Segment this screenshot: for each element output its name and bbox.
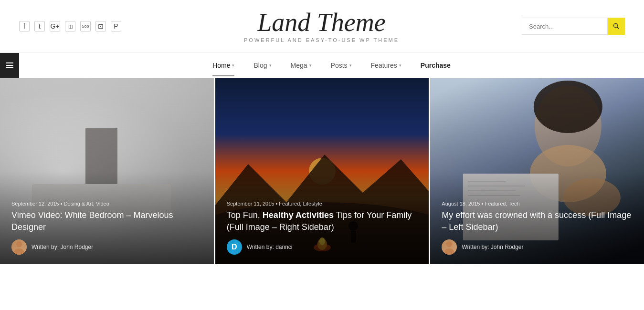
pinterest-icon[interactable]: P: [111, 21, 121, 31]
card-3-title: My effort was crowned with a success (Fu…: [442, 209, 633, 233]
card-2-content: September 11, 2015 • Featured, Lifestyle…: [215, 191, 429, 264]
logo-area: Land Theme POWERFUL AND EASY-TO-USE WP T…: [121, 10, 522, 43]
instagram-icon[interactable]: ⊡: [95, 21, 106, 31]
nav-item-blog: Blog ▾: [244, 54, 281, 76]
chevron-down-icon: ▾: [269, 63, 272, 68]
card-3-content: August 18, 2015 • Featured, Tech My effo…: [430, 191, 644, 264]
svg-point-0: [614, 24, 618, 28]
card-2-author-text: Written by: dannci: [247, 244, 293, 250]
card-1-meta: September 12, 2015 • Desing & Art, Video: [11, 201, 202, 207]
card-1-content: September 12, 2015 • Desing & Art, Video…: [0, 191, 214, 264]
site-tagline: POWERFUL AND EASY-TO-USE WP THEME: [121, 37, 522, 43]
svg-point-6: [14, 248, 24, 255]
card-1-author: Written by: John Rodger: [11, 239, 202, 255]
svg-point-5: [16, 241, 22, 247]
nav-item-home: Home ▾: [203, 54, 244, 76]
nav-link-purchase[interactable]: Purchase: [411, 54, 460, 76]
nav-link-blog[interactable]: Blog ▾: [244, 54, 281, 76]
card-2-author: D Written by: dannci: [227, 239, 418, 255]
twitter-icon[interactable]: t: [34, 21, 45, 31]
google-plus-icon[interactable]: G+: [50, 21, 60, 31]
search-input[interactable]: [522, 18, 608, 35]
chevron-down-icon: ▾: [232, 63, 234, 68]
social-icons-group: f t G+ ◫ 5oo ⊡ P: [19, 21, 121, 31]
menu-icon: [6, 62, 13, 68]
nav-item-posts: Posts ▾: [321, 54, 361, 76]
card-2[interactable]: September 11, 2015 • Featured, Lifestyle…: [214, 78, 429, 264]
chevron-down-icon: ▾: [349, 63, 352, 68]
navigation: Home ▾ Blog ▾ Mega ▾ Posts ▾ Features: [0, 53, 644, 78]
search-button[interactable]: [608, 18, 625, 35]
svg-point-26: [446, 241, 452, 247]
card-2-meta: September 11, 2015 • Featured, Lifestyle: [227, 201, 418, 207]
card-3-author: Written by: John Rodger: [442, 239, 633, 255]
svg-rect-3: [6, 65, 13, 66]
nav-link-mega[interactable]: Mega ▾: [281, 54, 321, 76]
nav-menu: Home ▾ Blog ▾ Mega ▾ Posts ▾ Features: [19, 54, 644, 76]
nav-item-purchase: Purchase: [411, 54, 460, 76]
card-2-title: Top Fun, Healthy Activities Tips for You…: [227, 209, 418, 233]
mobile-menu-button[interactable]: [0, 53, 19, 78]
card-1-author-text: Written by: John Rodger: [32, 244, 93, 250]
search-icon: [613, 23, 620, 30]
500px-icon[interactable]: 5oo: [80, 21, 91, 31]
card-3[interactable]: August 18, 2015 • Featured, Tech My effo…: [429, 78, 644, 264]
nav-link-home[interactable]: Home ▾: [203, 54, 244, 76]
card-2-avatar: D: [227, 239, 242, 255]
facebook-icon[interactable]: f: [19, 21, 30, 31]
card-1[interactable]: September 12, 2015 • Desing & Art, Video…: [0, 78, 214, 264]
site-title[interactable]: Land Theme: [121, 10, 522, 35]
svg-rect-2: [6, 62, 13, 63]
avatar-silhouette: [11, 239, 27, 255]
search-area: [522, 18, 625, 35]
chevron-down-icon: ▾: [399, 63, 401, 68]
cards-row: September 12, 2015 • Desing & Art, Video…: [0, 78, 644, 264]
nav-link-features[interactable]: Features ▾: [361, 54, 411, 76]
nav-link-posts[interactable]: Posts ▾: [321, 54, 361, 76]
card-3-meta: August 18, 2015 • Featured, Tech: [442, 201, 633, 207]
svg-point-27: [444, 248, 454, 255]
avatar-silhouette-3: [442, 239, 457, 255]
card-1-avatar: [11, 239, 27, 255]
flickr-icon[interactable]: ◫: [65, 21, 75, 31]
svg-rect-4: [6, 67, 13, 68]
card-1-title: Vimeo Video: White Bedroom – Marvelous D…: [11, 209, 202, 233]
site-header: f t G+ ◫ 5oo ⊡ P Land Theme POWERFUL AND…: [0, 0, 644, 53]
card-3-avatar: [442, 239, 457, 255]
card-3-author-text: Written by: John Rodger: [462, 244, 523, 250]
nav-item-features: Features ▾: [361, 54, 411, 76]
nav-item-mega: Mega ▾: [281, 54, 321, 76]
chevron-down-icon: ▾: [309, 63, 312, 68]
svg-line-1: [617, 27, 620, 30]
